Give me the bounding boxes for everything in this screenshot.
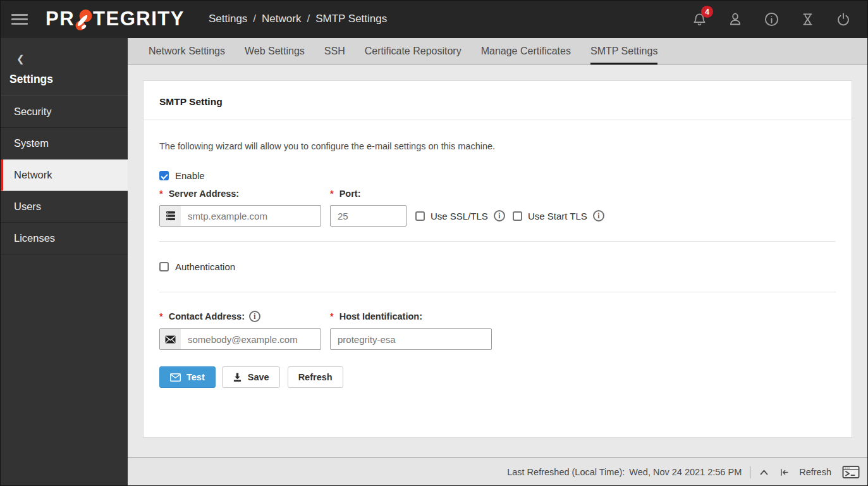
server-address-input[interactable] bbox=[159, 205, 321, 227]
save-button[interactable]: Save bbox=[222, 366, 280, 388]
smtp-setting-card: SMTP Setting The following wizard will a… bbox=[143, 80, 852, 438]
sidebar-item-security[interactable]: Security bbox=[0, 96, 128, 128]
use-ssl-info-icon[interactable]: i bbox=[494, 210, 505, 221]
authentication-label: Authentication bbox=[175, 261, 235, 272]
use-ssl-checkbox[interactable] bbox=[415, 211, 425, 221]
tab-manage-certificates[interactable]: Manage Certificates bbox=[481, 38, 571, 65]
host-identification-group bbox=[330, 328, 492, 350]
tab-smtp-settings[interactable]: SMTP Settings bbox=[590, 38, 657, 65]
port-label: * Port: bbox=[330, 189, 361, 199]
use-ssl-row: Use SSL/TLS i bbox=[415, 210, 505, 221]
session-hourglass-icon[interactable] bbox=[799, 11, 816, 27]
protegrity-esa-window: PR TEGRITY Settings / Network / SMTP Set… bbox=[0, 0, 868, 486]
breadcrumb-separator: / bbox=[253, 13, 256, 25]
use-starttls-info-icon[interactable]: i bbox=[593, 210, 604, 221]
required-asterisk: * bbox=[159, 311, 163, 321]
notifications-bell-icon[interactable]: 4 bbox=[691, 11, 707, 27]
footer-refresh-link[interactable]: Refresh bbox=[799, 467, 831, 477]
sidebar-item-network[interactable]: Network bbox=[0, 159, 128, 191]
save-download-icon bbox=[233, 372, 242, 382]
notification-badge: 4 bbox=[701, 6, 713, 18]
info-icon[interactable] bbox=[763, 11, 779, 27]
breadcrumb-smtp-settings[interactable]: SMTP Settings bbox=[315, 13, 387, 25]
brand-logo-text-pre: PR bbox=[46, 8, 75, 30]
use-ssl-label: Use SSL/TLS bbox=[431, 211, 488, 221]
envelope-icon bbox=[160, 329, 181, 349]
port-input[interactable] bbox=[330, 205, 406, 227]
tab-certificate-repository[interactable]: Certificate Repository bbox=[365, 38, 462, 65]
sidebar-item-system[interactable]: System bbox=[0, 128, 128, 159]
contact-address-label: * Contact Address: i bbox=[159, 311, 330, 322]
sidebar-item-licenses[interactable]: Licenses bbox=[0, 223, 128, 254]
last-refreshed-label: Last Refreshed (Local Time): bbox=[507, 467, 625, 477]
footer-divider bbox=[750, 466, 750, 478]
sidebar-collapse-icon[interactable]: ❮ bbox=[16, 53, 25, 65]
authentication-checkbox[interactable] bbox=[159, 262, 169, 271]
user-account-icon[interactable] bbox=[727, 11, 743, 27]
refresh-button[interactable]: Refresh bbox=[288, 366, 343, 388]
card-header: SMTP Setting bbox=[144, 81, 852, 120]
use-starttls-checkbox[interactable] bbox=[513, 211, 522, 221]
required-asterisk: * bbox=[159, 189, 163, 199]
enable-row: Enable bbox=[159, 170, 836, 181]
brand-footprint-icon bbox=[75, 9, 92, 30]
breadcrumb-network[interactable]: Network bbox=[262, 13, 301, 25]
wizard-description: The following wizard will allow you to c… bbox=[159, 141, 836, 151]
top-header: PR TEGRITY Settings / Network / SMTP Set… bbox=[0, 0, 868, 38]
authentication-row: Authentication bbox=[159, 261, 836, 272]
power-logout-icon[interactable] bbox=[835, 11, 852, 27]
use-starttls-row: Use Start TLS i bbox=[513, 210, 604, 221]
test-envelope-icon bbox=[170, 373, 181, 382]
host-identification-label: * Host Identification: bbox=[330, 311, 422, 321]
status-footer: Last Refreshed (Local Time): Wed, Nov 24… bbox=[128, 457, 868, 486]
use-starttls-label: Use Start TLS bbox=[528, 211, 587, 221]
brand-logo-text-post: TEGRITY bbox=[93, 8, 185, 30]
contact-address-info-icon[interactable]: i bbox=[249, 311, 260, 322]
sidebar-header: ❮ Settings bbox=[0, 38, 128, 96]
server-address-group bbox=[159, 205, 321, 227]
section-divider bbox=[159, 292, 836, 292]
required-asterisk: * bbox=[330, 189, 334, 199]
section-divider bbox=[159, 241, 836, 242]
contact-address-group bbox=[159, 328, 321, 350]
test-button[interactable]: Test bbox=[159, 366, 216, 388]
content-area: SMTP Setting The following wizard will a… bbox=[128, 65, 868, 457]
collapse-left-icon[interactable] bbox=[778, 467, 790, 478]
required-asterisk: * bbox=[330, 311, 334, 321]
brand-logo: PR TEGRITY bbox=[46, 8, 185, 30]
hamburger-menu-icon[interactable] bbox=[11, 14, 28, 25]
sidebar: ❮ Settings Security System Network Users… bbox=[0, 38, 128, 486]
breadcrumb-separator: / bbox=[307, 13, 310, 25]
sidebar-title: Settings bbox=[9, 73, 119, 86]
card-title: SMTP Setting bbox=[159, 96, 836, 108]
tab-web-settings[interactable]: Web Settings bbox=[245, 38, 305, 65]
terminal-console-icon[interactable] bbox=[842, 465, 860, 479]
settings-tabbar: Network Settings Web Settings SSH Certif… bbox=[128, 38, 868, 65]
host-identification-input[interactable] bbox=[330, 328, 492, 350]
actions-row: Test Save bbox=[159, 366, 836, 388]
sidebar-item-users[interactable]: Users bbox=[0, 191, 128, 223]
header-actions: 4 bbox=[691, 11, 858, 27]
enable-label: Enable bbox=[175, 170, 205, 181]
tab-ssh[interactable]: SSH bbox=[324, 38, 345, 65]
tab-network-settings[interactable]: Network Settings bbox=[149, 38, 225, 65]
breadcrumb-settings[interactable]: Settings bbox=[209, 13, 247, 25]
last-refreshed-value: Wed, Nov 24 2021 2:56 PM bbox=[629, 467, 742, 477]
enable-checkbox[interactable] bbox=[159, 171, 169, 180]
collapse-up-icon[interactable] bbox=[759, 467, 769, 478]
contact-address-input[interactable] bbox=[159, 328, 321, 350]
server-icon bbox=[160, 206, 181, 226]
server-address-label: * Server Address: bbox=[159, 189, 330, 199]
breadcrumb: Settings / Network / SMTP Settings bbox=[209, 13, 387, 25]
